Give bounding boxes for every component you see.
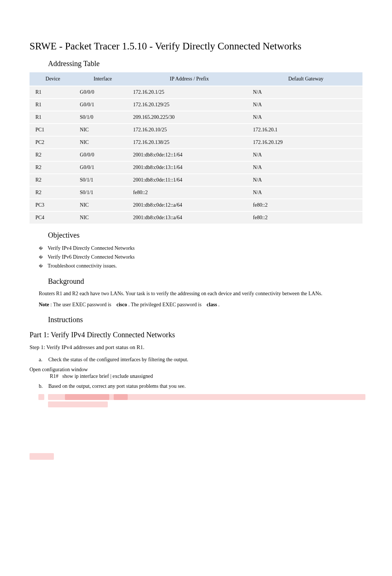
table-row: PC4NIC2001:db8:c0de:13::a/64fe80::2 (30, 212, 362, 224)
cmd-prompt: R1# (50, 373, 58, 379)
list-item: Based on the output, correct any port st… (39, 381, 362, 392)
table-row: R1S0/1/0209.165.200.225/30N/A (30, 111, 362, 124)
addressing-table-heading: Addressing Table (48, 59, 362, 68)
cell-interface: G0/0/0 (76, 86, 129, 99)
table-row: PC1NIC172.16.20.10/25172.16.20.1 (30, 124, 362, 137)
cell-ip: 172.16.20.1/25 (130, 86, 250, 99)
cell-gateway: N/A (249, 86, 362, 99)
cell-gateway: fe80::2 (249, 212, 362, 224)
cell-gateway: N/A (249, 111, 362, 124)
cell-device: R2 (30, 149, 76, 162)
list-item: Troubleshoot connectivity issues. (39, 262, 362, 270)
cell-ip: fe80::2 (130, 187, 250, 199)
note-label: Note (39, 302, 49, 307)
step1-list-cont: Based on the output, correct any port st… (39, 381, 362, 392)
cell-device: PC4 (30, 212, 76, 224)
obscured-content (48, 394, 362, 409)
cmd-text: show ip interface brief | exclude unassi… (62, 373, 153, 379)
instructions-heading: Instructions (48, 315, 362, 324)
cell-interface: NIC (76, 199, 129, 212)
addressing-table: Device Interface IP Address / Prefix Def… (30, 72, 362, 224)
config-window-label: Open configuration window (30, 367, 362, 373)
cell-device: R2 (30, 187, 76, 199)
cell-device: R2 (30, 174, 76, 187)
table-row: R2S0/1/1fe80::2N/A (30, 187, 362, 199)
cell-gateway: 172.16.20.129 (249, 137, 362, 149)
background-heading: Background (48, 277, 362, 286)
background-text: Routers R1 and R2 each have two LANs. Yo… (39, 290, 353, 297)
cell-gateway: N/A (249, 99, 362, 111)
cell-device: R1 (30, 99, 76, 111)
table-row: PC3NIC2001:db8:c0de:12::a/64fe80::2 (30, 199, 362, 212)
cell-ip: 2001:db8:c0de:12::1/64 (130, 149, 250, 162)
table-row: R2G0/0/12001:db8:c0de:13::1/64N/A (30, 162, 362, 174)
cell-interface: G0/0/1 (76, 162, 129, 174)
step1-list: Check the status of the configured inter… (39, 354, 362, 365)
cell-ip: 209.165.200.225/30 (130, 111, 250, 124)
cell-ip: 172.16.20.138/25 (130, 137, 250, 149)
cell-gateway: fe80::2 (249, 199, 362, 212)
cell-interface: NIC (76, 124, 129, 137)
table-row: R1G0/0/1172.16.20.129/25N/A (30, 99, 362, 111)
obscured-line-icon (48, 401, 108, 407)
cell-ip: 172.16.20.129/25 (130, 99, 250, 111)
cell-ip: 2001:db8:c0de:13::a/64 (130, 212, 250, 224)
note-sep: : (49, 302, 53, 307)
obscured-footer-icon (30, 453, 54, 460)
obscured-line-icon (65, 394, 109, 400)
note-tail: . (217, 302, 220, 307)
obscured-marker-icon (38, 394, 44, 400)
note-body1: The user EXEC password is (53, 302, 113, 307)
cell-gateway: 172.16.20.1 (249, 124, 362, 137)
note-kw1: cisco (117, 302, 127, 307)
note-text: Note : The user EXEC password is cisco .… (39, 301, 353, 308)
objectives-heading: Objectives (48, 231, 362, 239)
command-line: R1# show ip interface brief | exclude un… (50, 373, 362, 379)
page-footer (30, 453, 362, 461)
page-title: SRWE - Packet Tracer 1.5.10 - Verify Dir… (30, 41, 362, 52)
cell-device: PC2 (30, 137, 76, 149)
objectives-list: Verify IPv4 Directly Connected Networks … (39, 244, 362, 270)
table-row: R2G0/0/02001:db8:c0de:12::1/64N/A (30, 149, 362, 162)
cell-device: R1 (30, 111, 76, 124)
cell-gateway: N/A (249, 187, 362, 199)
cell-interface: G0/0/1 (76, 99, 129, 111)
table-row: PC2NIC172.16.20.138/25172.16.20.129 (30, 137, 362, 149)
cell-gateway: N/A (249, 174, 362, 187)
part1-heading: Part 1: Verify IPv4 Directly Connected N… (30, 331, 362, 339)
note-kw2: class (207, 302, 217, 307)
th-ip: IP Address / Prefix (130, 72, 250, 86)
cell-ip: 2001:db8:c0de:11::1/64 (130, 174, 250, 187)
cell-gateway: N/A (249, 162, 362, 174)
cell-device: PC3 (30, 199, 76, 212)
cell-device: PC1 (30, 124, 76, 137)
cell-device: R2 (30, 162, 76, 174)
table-row: R1G0/0/0172.16.20.1/25N/A (30, 86, 362, 99)
table-header-row: Device Interface IP Address / Prefix Def… (30, 72, 362, 86)
step1-heading: Step 1: Verify IPv4 addresses and port s… (30, 344, 362, 351)
list-item: Check the status of the configured inter… (39, 354, 362, 365)
cell-interface: NIC (76, 212, 129, 224)
th-device: Device (30, 72, 76, 86)
list-item: Verify IPv6 Directly Connected Networks (39, 253, 362, 262)
th-interface: Interface (76, 72, 129, 86)
cell-interface: S0/1/0 (76, 111, 129, 124)
cell-ip: 172.16.20.10/25 (130, 124, 250, 137)
cell-ip: 2001:db8:c0de:12::a/64 (130, 199, 250, 212)
cell-device: R1 (30, 86, 76, 99)
cell-ip: 2001:db8:c0de:13::1/64 (130, 162, 250, 174)
obscured-line-icon (114, 394, 128, 400)
cell-interface: S0/1/1 (76, 187, 129, 199)
cell-gateway: N/A (249, 149, 362, 162)
note-body2: . The privileged EXEC password is (127, 302, 203, 307)
table-row: R2S0/1/12001:db8:c0de:11::1/64N/A (30, 174, 362, 187)
th-gateway: Default Gateway (249, 72, 362, 86)
cell-interface: G0/0/0 (76, 149, 129, 162)
list-item: Verify IPv4 Directly Connected Networks (39, 244, 362, 253)
cell-interface: S0/1/1 (76, 174, 129, 187)
cell-interface: NIC (76, 137, 129, 149)
